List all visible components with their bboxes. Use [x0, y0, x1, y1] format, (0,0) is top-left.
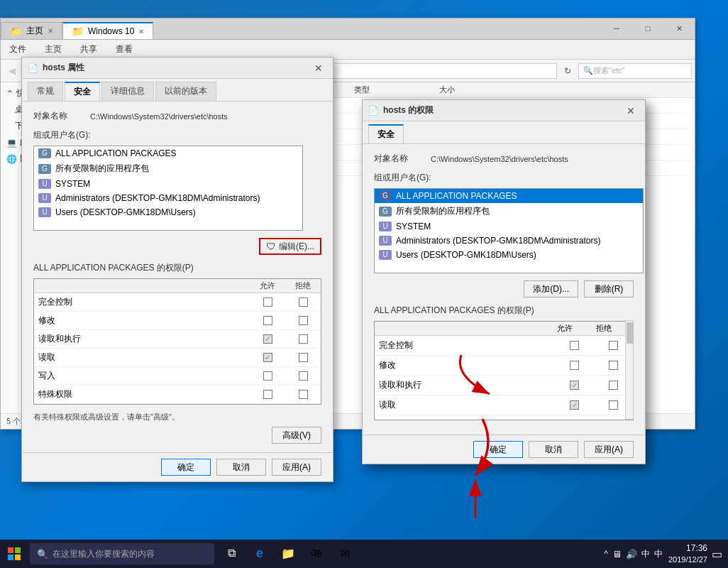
- perm-name-4: 写入: [34, 368, 250, 383]
- se-cancel-btn[interactable]: 取消: [529, 441, 578, 458]
- group-icon-1: G: [38, 164, 51, 174]
- cb-deny-3[interactable]: [299, 353, 308, 362]
- cb-deny-0[interactable]: [299, 297, 308, 307]
- cb-allow-0[interactable]: [263, 297, 272, 307]
- tray-time[interactable]: 17:36 2019/12/27: [668, 543, 707, 564]
- se-user-item-4[interactable]: U Users (DESKTOP-GMK18DM\Users): [375, 248, 643, 262]
- se-cb-deny-0[interactable]: [609, 341, 618, 350]
- edge-app[interactable]: e: [246, 540, 274, 568]
- advanced-btn-row: 高级(V): [33, 427, 321, 444]
- tray-up-arrow[interactable]: ^: [604, 549, 608, 559]
- properties-close-btn[interactable]: ✕: [310, 60, 327, 77]
- refresh-btn[interactable]: ↻: [560, 63, 575, 79]
- se-perm-row-1: 修改: [375, 356, 633, 376]
- store-app[interactable]: 🛍: [302, 540, 331, 568]
- back-btn[interactable]: ◀: [4, 62, 21, 80]
- perm-col-allow: 允许: [250, 279, 285, 293]
- cb-allow-2[interactable]: [263, 334, 272, 344]
- se-user-item-0[interactable]: G ALL APPLICATION PACKAGES: [375, 189, 643, 203]
- col-type[interactable]: 类型: [354, 84, 439, 95]
- search-box[interactable]: 🔍 搜索"etc": [578, 63, 692, 79]
- se-cb-allow-3[interactable]: [570, 400, 579, 410]
- properties-icon: 📄: [28, 63, 38, 73]
- perm-name-5: 特殊权限: [34, 387, 250, 402]
- se-user-icon-2: U: [379, 222, 392, 231]
- user-item-3[interactable]: U Administrators (DESKTOP-GMK18DM\Admini…: [34, 191, 302, 205]
- tab-home-close[interactable]: ✕: [48, 27, 53, 35]
- se-user-icon-4: U: [379, 250, 392, 260]
- explorer-tabs: 📁 主页 ✕ 📁 Windows 10 ✕ ─ □ ✕: [1, 18, 695, 40]
- se-user-icon-3: U: [379, 236, 392, 246]
- se-ok-btn[interactable]: 确定: [473, 441, 523, 458]
- cb-deny-5[interactable]: [299, 390, 308, 399]
- se-perm-name-0: 完全控制: [375, 338, 555, 353]
- props-apply-btn[interactable]: 应用(A): [272, 459, 321, 476]
- tray-volume-icon[interactable]: 🔊: [626, 549, 637, 559]
- maximize-btn[interactable]: □: [632, 18, 663, 39]
- se-user-item-3[interactable]: U Administrators (DESKTOP-GMK18DM\Admini…: [375, 234, 643, 248]
- ribbon-share[interactable]: 共享: [76, 42, 101, 57]
- ribbon-home[interactable]: 主页: [40, 42, 66, 57]
- se-cb-deny-1[interactable]: [609, 361, 618, 370]
- edit-permissions-btn[interactable]: 🛡 编辑(E)...: [259, 238, 321, 255]
- se-apply-btn[interactable]: 应用(A): [584, 441, 634, 458]
- task-view-btn[interactable]: ⧉: [217, 540, 246, 568]
- user-item-4[interactable]: U Users (DESKTOP-GMK18DM\Users): [34, 205, 302, 219]
- se-add-btn[interactable]: 添加(D)...: [524, 280, 578, 297]
- tab-win10[interactable]: 📁 Windows 10 ✕: [62, 22, 153, 39]
- perm-allow-5: [250, 390, 285, 399]
- se-cb-deny-3[interactable]: [609, 400, 618, 410]
- tab-home[interactable]: 📁 主页 ✕: [1, 22, 62, 39]
- cb-allow-4[interactable]: [263, 371, 272, 381]
- se-user-label-0: ALL APPLICATION PACKAGES: [396, 191, 517, 201]
- tab-details[interactable]: 详细信息: [101, 82, 154, 101]
- props-cancel-btn[interactable]: 取消: [216, 459, 266, 476]
- tab-win10-close[interactable]: ✕: [138, 28, 144, 36]
- se-perm-header: 允许 拒绝: [375, 322, 633, 336]
- se-cb-allow-0[interactable]: [570, 341, 579, 350]
- se-cb-allow-1[interactable]: [570, 361, 579, 370]
- user-label-1: 所有受限制的应用程序包: [55, 163, 149, 175]
- tab-security-edit[interactable]: 安全: [368, 124, 404, 143]
- user-item-0[interactable]: G ALL APPLICATION PACKAGES: [34, 146, 302, 160]
- user-list-box[interactable]: G ALL APPLICATION PACKAGES G 所有受限制的应用程序包…: [33, 146, 303, 231]
- cb-deny-1[interactable]: [299, 316, 308, 325]
- props-ok-btn[interactable]: 确定: [161, 459, 211, 476]
- file-explorer-app[interactable]: 📁: [274, 540, 302, 568]
- se-user-list-box[interactable]: G ALL APPLICATION PACKAGES G 所有受限制的应用程序包…: [374, 188, 644, 273]
- mail-app[interactable]: ✉: [331, 540, 359, 568]
- show-desktop-btn[interactable]: ▭: [712, 547, 722, 561]
- tab-general[interactable]: 常规: [28, 82, 63, 101]
- se-remove-btn[interactable]: 删除(R): [584, 280, 634, 297]
- se-cb-allow-2[interactable]: [570, 381, 579, 390]
- user-item-1[interactable]: G 所有受限制的应用程序包: [34, 160, 302, 177]
- cb-deny-2[interactable]: [299, 334, 308, 344]
- advanced-btn[interactable]: 高级(V): [272, 427, 321, 444]
- cb-allow-1[interactable]: [263, 316, 272, 325]
- cb-allow-5[interactable]: [263, 390, 272, 399]
- ribbon-file[interactable]: 文件: [5, 42, 31, 57]
- tab-security[interactable]: 安全: [65, 82, 100, 101]
- close-btn[interactable]: ✕: [663, 18, 695, 39]
- col-size[interactable]: 大小: [439, 84, 496, 95]
- cb-deny-4[interactable]: [299, 371, 308, 381]
- minimize-btn[interactable]: ─: [601, 18, 632, 39]
- start-button[interactable]: [0, 540, 28, 568]
- user-label-0: ALL APPLICATION PACKAGES: [55, 148, 177, 158]
- se-user-item-1[interactable]: G 所有受限制的应用程序包: [375, 203, 643, 219]
- tray-icons: ^ 🖥 🔊 中 中: [604, 548, 663, 560]
- folder-taskbar-icon: 📁: [281, 547, 295, 560]
- cb-allow-3[interactable]: [263, 353, 272, 362]
- se-scrollbar[interactable]: [625, 320, 634, 420]
- se-cb-deny-2[interactable]: [609, 381, 618, 390]
- tab-previous[interactable]: 以前的版本: [155, 82, 216, 101]
- security-edit-close-btn[interactable]: ✕: [622, 102, 639, 119]
- se-user-item-2[interactable]: U SYSTEM: [375, 219, 643, 234]
- perm-deny-4: [285, 371, 321, 381]
- folder-icon: 📁: [10, 26, 22, 37]
- tab-home-label: 主页: [26, 25, 43, 37]
- user-item-2[interactable]: U SYSTEM: [34, 177, 302, 191]
- ribbon-view[interactable]: 查看: [111, 42, 137, 57]
- perm-row-0: 完全控制: [34, 293, 321, 312]
- taskbar-search[interactable]: 🔍 在这里输入你要搜索的内容: [30, 543, 214, 564]
